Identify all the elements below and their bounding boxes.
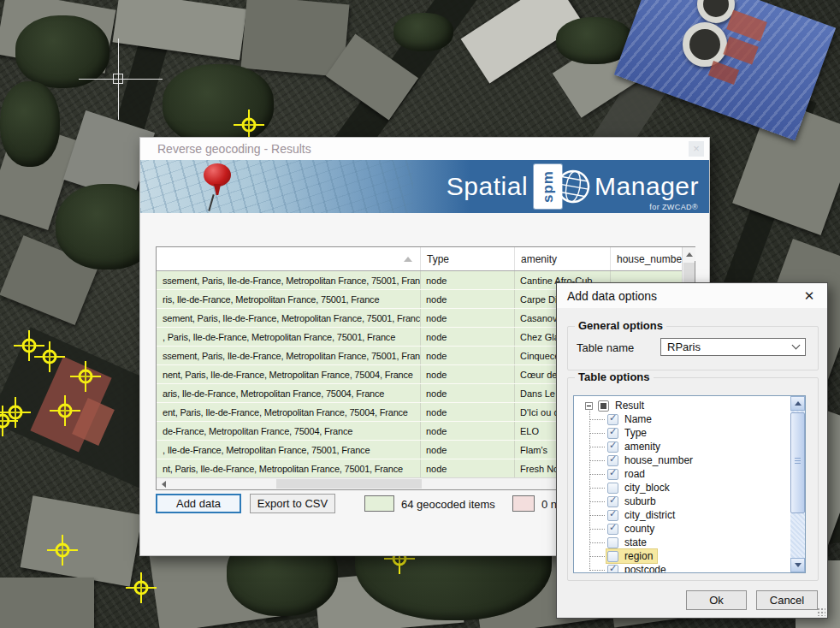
logo-text-manager: Manager for ZWCAD®: [595, 172, 699, 210]
close-icon[interactable]: ×: [689, 141, 704, 157]
results-dialog-title: Reverse geocoding - Results: [157, 142, 311, 156]
scroll-up-arrow-icon[interactable]: [683, 247, 695, 261]
table-cell[interactable]: ent, Paris, Ile-de-France, Metropolitan …: [157, 403, 420, 421]
checkbox-mixed[interactable]: [598, 400, 609, 412]
not-geocoded-items-label: 0 n: [541, 498, 557, 511]
tree-item-city_district[interactable]: city_district: [574, 508, 790, 522]
table-cell[interactable]: node: [420, 422, 514, 440]
tree-vertical-scrollbar[interactable]: [790, 396, 805, 572]
checkbox-checked[interactable]: [607, 524, 618, 535]
table-cell[interactable]: node: [420, 384, 514, 402]
spatial-manager-logo: Spatial spm Manager for ZWCAD®: [447, 164, 699, 209]
column-header-type-label: Type: [427, 253, 449, 265]
table-cell[interactable]: aris, Ile-de-France, Metropolitan France…: [157, 384, 420, 402]
table-cell[interactable]: node: [420, 328, 514, 346]
geocoded-point-marker: [50, 395, 80, 426]
tree-item-road[interactable]: road: [574, 467, 790, 481]
export-to-csv-button[interactable]: Export to CSV: [250, 494, 335, 513]
table-cell[interactable]: node: [420, 459, 514, 477]
checkbox-checked[interactable]: [607, 455, 618, 466]
tree-item-label: Name: [623, 413, 654, 425]
close-icon[interactable]: ✕: [800, 288, 819, 304]
map-trees: [0, 81, 60, 167]
tree-item-city_block[interactable]: city_block: [574, 481, 790, 495]
checkbox-checked[interactable]: [607, 510, 618, 521]
table-cell[interactable]: node: [420, 347, 514, 364]
table-cell[interactable]: node: [420, 290, 514, 308]
options-titlebar[interactable]: Add data options ✕: [557, 283, 827, 308]
table-cell[interactable]: , Ile-de-France, Metropolitan France, 75…: [157, 441, 420, 459]
checkbox-unchecked[interactable]: [607, 551, 618, 562]
geocoded-items-label: 64 geocoded items: [401, 498, 495, 511]
tree-item-label: region: [623, 550, 654, 562]
tree-scroll-thumb[interactable]: [790, 412, 805, 513]
table-cell[interactable]: ssement, Paris, Ile-de-France, Metropoli…: [157, 347, 420, 364]
tree-item-region[interactable]: region: [574, 549, 790, 563]
table-cell[interactable]: ssement, Paris, Ile-de-France, Metropoli…: [157, 271, 420, 289]
geocoded-point-marker: [70, 361, 101, 392]
ok-button[interactable]: Ok: [686, 590, 747, 610]
checkbox-checked[interactable]: [607, 414, 618, 425]
field-tree-items: Result NameTypeamenityhouse_numberroadci…: [574, 396, 790, 572]
scroll-left-arrow-icon[interactable]: [157, 478, 170, 489]
table-name-combobox[interactable]: RParis: [660, 338, 806, 356]
horizontal-scroll-thumb[interactable]: [276, 479, 422, 489]
column-header-amenity[interactable]: amenity: [514, 247, 610, 270]
tree-item-state[interactable]: state: [574, 536, 790, 549]
checkbox-checked[interactable]: [607, 496, 618, 507]
table-cell[interactable]: de-France, Metropolitan France, 75004, F…: [157, 422, 420, 440]
column-header-type[interactable]: Type: [420, 247, 514, 270]
geocoded-color-swatch: [364, 495, 394, 512]
general-options-label: General options: [575, 319, 666, 332]
map-trees: [393, 13, 453, 51]
column-header-amenity-label: amenity: [521, 253, 557, 265]
checkbox-checked[interactable]: [607, 428, 618, 439]
tree-item-county[interactable]: county: [574, 522, 790, 536]
map-rooftop-vent: [683, 22, 727, 67]
tree-item-Type[interactable]: Type: [574, 426, 790, 440]
column-header-name[interactable]: [157, 247, 420, 270]
table-cell[interactable]: node: [420, 271, 514, 289]
tree-item-label: road: [623, 468, 647, 480]
add-data-button[interactable]: Add data: [156, 494, 241, 513]
geocoded-point-marker: [34, 341, 65, 372]
table-cell[interactable]: node: [420, 309, 514, 327]
tree-item-label: Type: [623, 427, 648, 439]
map-building: [0, 578, 94, 628]
tree-item-house_number[interactable]: house_number: [574, 453, 790, 467]
tree-item-amenity[interactable]: amenity: [574, 440, 790, 453]
column-header-house-number[interactable]: house_number: [610, 247, 682, 270]
tree-item-postcode[interactable]: postcode: [574, 563, 790, 572]
tree-item-Name[interactable]: Name: [574, 412, 790, 426]
not-geocoded-color-swatch: [512, 495, 535, 512]
geocoded-point-marker: [47, 535, 78, 566]
checkbox-unchecked[interactable]: [607, 483, 618, 494]
tree-item-label: state: [623, 536, 648, 548]
sort-ascending-icon: [404, 257, 412, 262]
table-cell[interactable]: nt, Paris, Ile-de-France, Metropolitan F…: [157, 459, 420, 477]
cancel-button[interactable]: Cancel: [756, 590, 818, 610]
checkbox-unchecked[interactable]: [607, 537, 618, 548]
table-cell[interactable]: node: [420, 441, 514, 459]
tree-item-result[interactable]: Result: [574, 399, 790, 412]
table-cell[interactable]: , Paris, Ile-de-France, Metropolitan Fra…: [157, 328, 420, 346]
checkbox-checked[interactable]: [607, 565, 618, 573]
tree-item-label: county: [623, 523, 656, 535]
field-tree: Result NameTypeamenityhouse_numberroadci…: [573, 395, 806, 573]
collapse-icon[interactable]: [585, 402, 593, 410]
table-cell[interactable]: node: [420, 403, 514, 421]
table-cell[interactable]: nent, Paris, Ile-de-France, Metropolitan…: [157, 365, 420, 383]
scroll-down-arrow-icon[interactable]: [790, 558, 805, 572]
checkbox-checked[interactable]: [607, 469, 618, 480]
tree-item-label: suburb: [623, 495, 658, 507]
scroll-up-arrow-icon[interactable]: [790, 396, 805, 411]
table-cell[interactable]: node: [420, 365, 514, 383]
table-cell[interactable]: ris, Ile-de-France, Metropolitan France,…: [157, 290, 420, 308]
chevron-down-icon: [792, 341, 801, 350]
geocoded-point-marker: [126, 572, 157, 603]
checkbox-checked[interactable]: [607, 441, 618, 453]
results-titlebar[interactable]: Reverse geocoding - Results ×: [140, 138, 709, 160]
resize-grip[interactable]: [816, 607, 825, 616]
table-cell[interactable]: sement, Paris, Ile-de-France, Metropolit…: [157, 309, 420, 327]
tree-item-suburb[interactable]: suburb: [574, 495, 790, 508]
